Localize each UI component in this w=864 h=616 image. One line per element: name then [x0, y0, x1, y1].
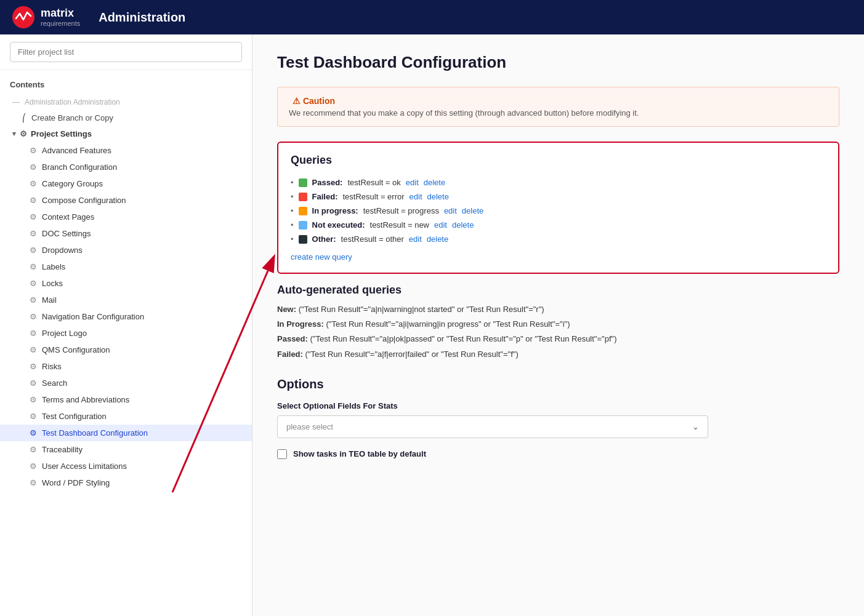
auto-gen-value: ("Test Run Result"="a|n|warning|not star… [299, 305, 544, 314]
edit-link[interactable]: edit [434, 220, 447, 230]
contents-label: Contents [0, 78, 252, 94]
bullet: • [291, 234, 294, 244]
sidebar-item-risks[interactable]: ⚙Risks [0, 358, 252, 375]
gear-icon: ⚙ [30, 196, 37, 205]
show-tasks-checkbox[interactable] [277, 449, 287, 459]
select-optional-fields[interactable]: please select ⌄ [277, 415, 708, 438]
query-label: Passed: [312, 178, 343, 187]
sidebar-item-traceability[interactable]: ⚙Traceability [0, 441, 252, 458]
select-placeholder: please select [286, 422, 333, 431]
sidebar-item-qms-configuration[interactable]: ⚙QMS Configuration [0, 342, 252, 358]
delete-link[interactable]: delete [452, 220, 474, 230]
search-input[interactable] [10, 42, 242, 62]
delete-link[interactable]: delete [427, 234, 448, 244]
gear-icon: ⚙ [30, 295, 37, 305]
gear-icon: ⚙ [30, 229, 37, 238]
layout: Contents — Administration Administration… [0, 34, 864, 616]
query-label: Failed: [312, 192, 338, 201]
color-dot [299, 235, 307, 244]
sidebar-item-category-groups[interactable]: ⚙Category Groups [0, 175, 252, 192]
sidebar-item-navigation-bar-configuration[interactable]: ⚙Navigation Bar Configuration [0, 308, 252, 325]
gear-icon: ⚙ [30, 462, 37, 471]
delete-link[interactable]: delete [427, 192, 449, 201]
bullet: • [291, 220, 294, 230]
gear-icon: ⚙ [30, 362, 37, 371]
sidebar-item-compose-configuration[interactable]: ⚙Compose Configuration [0, 192, 252, 209]
settings-group-icon: ⚙ [20, 129, 27, 138]
delete-link[interactable]: delete [462, 206, 483, 215]
sidebar-item-locks[interactable]: ⚙Locks [0, 275, 252, 292]
bullet: • [291, 178, 294, 187]
chevron-down-icon: ⌄ [692, 422, 699, 431]
main-content: Test Dashboard Configuration ⚠ Caution W… [252, 34, 864, 616]
queries-title: Queries [291, 154, 826, 167]
query-label: In progress: [312, 206, 358, 215]
sidebar-item-create-branch[interactable]: ⎛ Create Branch or Copy [0, 110, 252, 126]
edit-link[interactable]: edit [406, 178, 419, 187]
gear-icon: ⚙ [30, 246, 37, 255]
sidebar-item-admin-admin[interactable]: — Administration Administration [0, 94, 252, 110]
options-title: Options [277, 377, 839, 391]
header-title: Administration [99, 10, 185, 25]
create-new-query-link[interactable]: create new query [291, 252, 352, 262]
checkbox-label: Show tasks in TEO table by default [293, 449, 426, 458]
sidebar-item-branch-configuration[interactable]: ⚙Branch Configuration [0, 159, 252, 175]
auto-generated-section: Auto-generated queries New: ("Test Run R… [277, 284, 839, 360]
sidebar-item-test-dashboard-configuration[interactable]: ⚙Test Dashboard Configuration [0, 425, 252, 441]
sidebar-item-search[interactable]: ⚙Search [0, 375, 252, 391]
sidebar-item-labels[interactable]: ⚙Labels [0, 258, 252, 275]
gear-icon: ⚙ [30, 312, 37, 321]
gear-icon: ⚙ [30, 345, 37, 354]
sidebar-item-project-logo[interactable]: ⚙Project Logo [0, 325, 252, 342]
query-list: • Passed: testResult = ok edit delete • … [291, 175, 826, 246]
logo-text: matrix requirements [41, 7, 80, 27]
color-dot [299, 193, 307, 201]
auto-gen-label: New: [277, 305, 296, 314]
color-dot [299, 178, 307, 187]
project-settings-children: ⚙Advanced Features⚙Branch Configuration⚙… [0, 142, 252, 491]
gear-icon: ⚙ [30, 262, 37, 271]
gear-icon: ⚙ [30, 329, 37, 338]
auto-gen-item: Failed: ("Test Run Result"="a|f|error|fa… [277, 349, 839, 360]
sidebar-item-dropdowns[interactable]: ⚙Dropdowns [0, 242, 252, 258]
query-value: testResult = error [342, 192, 404, 201]
sidebar-item-user-access-limitations[interactable]: ⚙User Access Limitations [0, 458, 252, 474]
bullet: • [291, 206, 294, 215]
auto-gen-item: New: ("Test Run Result"="a|n|warning|not… [277, 304, 839, 315]
caution-text: We recommend that you make a copy of thi… [289, 108, 828, 118]
auto-gen-label: Passed: [277, 334, 308, 343]
sidebar: Contents — Administration Administration… [0, 34, 252, 616]
query-item: • Failed: testResult = error edit delete [291, 190, 826, 204]
query-label: Not executed: [312, 220, 365, 230]
sidebar-item-doc-settings[interactable]: ⚙DOC Settings [0, 225, 252, 242]
edit-link[interactable]: edit [410, 192, 422, 201]
logo-area: matrix requirements [12, 6, 80, 28]
gear-icon: ⚙ [30, 445, 37, 454]
edit-link[interactable]: edit [409, 234, 422, 244]
query-value: testResult = new [370, 220, 429, 230]
gear-icon: ⚙ [30, 279, 37, 288]
create-branch-label: Create Branch or Copy [31, 113, 113, 122]
sidebar-contents: Contents — Administration Administration… [0, 70, 252, 616]
sidebar-item-word-/-pdf-styling[interactable]: ⚙Word / PDF Styling [0, 474, 252, 491]
gear-icon: ⚙ [30, 146, 37, 155]
gear-icon: ⚙ [30, 378, 37, 388]
sidebar-group-project-settings[interactable]: ▾ ⚙ Project Settings [0, 126, 252, 142]
auto-gen-value: ("Test Run Result"="a|f|error|failed" or… [305, 350, 519, 359]
sidebar-item-terms-and-abbreviations[interactable]: ⚙Terms and Abbreviations [0, 391, 252, 408]
gear-icon: ⚙ [30, 212, 37, 222]
sidebar-item-mail[interactable]: ⚙Mail [0, 292, 252, 308]
sidebar-item-advanced-features[interactable]: ⚙Advanced Features [0, 142, 252, 159]
sidebar-item-test-configuration[interactable]: ⚙Test Configuration [0, 408, 252, 425]
auto-gen-title: Auto-generated queries [277, 284, 839, 297]
gear-icon: ⚙ [30, 428, 37, 438]
queries-box: Queries • Passed: testResult = ok edit d… [277, 142, 839, 274]
gear-icon: ⚙ [30, 478, 37, 487]
sidebar-item-context-pages[interactable]: ⚙Context Pages [0, 209, 252, 225]
query-value: testResult = ok [347, 178, 400, 187]
svg-point-0 [12, 6, 34, 28]
header: matrix requirements Administration [0, 0, 864, 34]
edit-link[interactable]: edit [444, 206, 457, 215]
delete-link[interactable]: delete [424, 178, 445, 187]
query-item: • Other: testResult = other edit delete [291, 232, 826, 246]
